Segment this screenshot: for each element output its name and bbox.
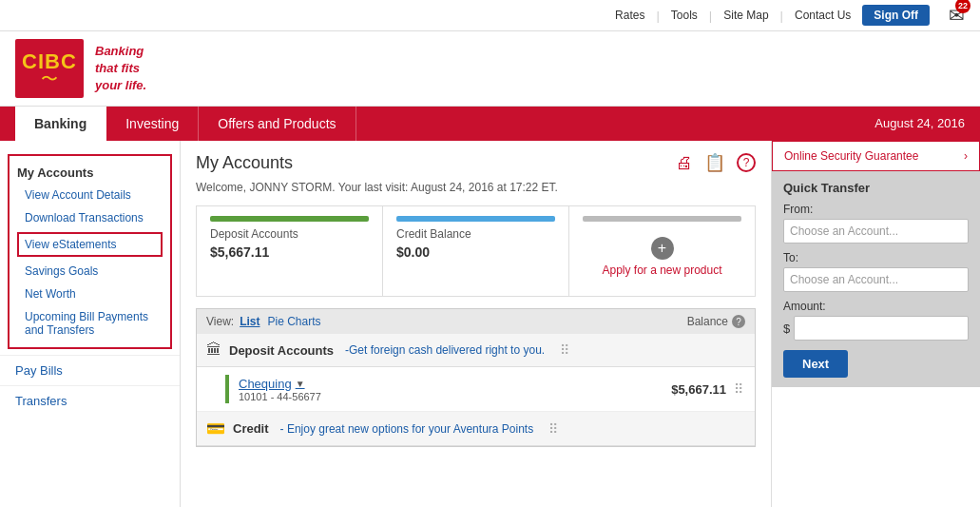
credit-bar — [396, 216, 555, 222]
deposit-section-title: Deposit Accounts — [229, 343, 334, 358]
balance-text: Balance — [687, 315, 728, 328]
rates-link[interactable]: Rates — [615, 9, 644, 22]
clipboard-icon[interactable]: 📋 — [704, 152, 725, 173]
my-accounts-section: My Accounts View Account Details Downloa… — [8, 154, 172, 349]
content-icons: 🖨 📋 ? — [676, 152, 756, 173]
divider-1: | — [656, 9, 659, 23]
content-header: My Accounts 🖨 📋 ? — [196, 152, 756, 173]
apply-new-box[interactable]: + Apply for a new product — [569, 206, 755, 296]
tools-link[interactable]: Tools — [671, 9, 698, 22]
next-button[interactable]: Next — [783, 350, 848, 378]
view-piecharts-option[interactable]: Pie Charts — [267, 315, 320, 328]
bank-icon: 🏛 — [206, 341, 221, 359]
nav-tabs: Banking Investing Offers and Products Au… — [0, 107, 980, 141]
account-row-left: Chequing ▼ 10101 - 44-56677 — [239, 377, 671, 402]
apply-new-label: Apply for a new product — [602, 263, 721, 277]
dollar-symbol: $ — [783, 322, 790, 336]
sidebar: My Accounts View Account Details Downloa… — [0, 141, 181, 507]
view-label: View: — [206, 315, 234, 328]
page-title: My Accounts — [196, 153, 293, 173]
deposit-section-header: 🏛 Deposit Accounts -Get foreign cash del… — [197, 334, 755, 367]
security-chevron-icon: › — [964, 149, 968, 163]
mail-icon-wrap[interactable]: ✉ 22 — [949, 4, 965, 27]
quick-transfer-title: Quick Transfer — [783, 181, 969, 195]
credit-section-header: 💳 Credit - Enjoy great new options for y… — [197, 412, 755, 446]
deposit-promo: -Get foreign cash delivered right to you… — [345, 343, 545, 357]
balance-help-icon[interactable]: ? — [732, 315, 745, 328]
sidebar-download-transactions[interactable]: Download Transactions — [17, 206, 163, 229]
deposit-drag-handle[interactable]: ⠿ — [560, 342, 569, 358]
credit-value: $0.00 — [396, 244, 555, 260]
accounts-table: 🏛 Deposit Accounts -Get foreign cash del… — [196, 334, 756, 447]
security-label: Online Security Guarantee — [784, 149, 918, 163]
chequing-name: Chequing — [239, 377, 292, 391]
tab-offers-products[interactable]: Offers and Products — [199, 107, 355, 141]
signoff-button[interactable]: Sign Off — [862, 5, 930, 26]
credit-card-icon: 💳 — [206, 419, 225, 438]
credit-summary-box: Credit Balance $0.00 — [383, 206, 569, 296]
view-toggle: View: List Pie Charts Balance ? — [196, 308, 756, 334]
apply-bar — [583, 216, 741, 222]
logo-swoosh: 〜 — [41, 72, 58, 86]
header: CIBC 〜 Bankingthat fitsyour life. — [0, 31, 980, 107]
main-layout: My Accounts View Account Details Downloa… — [0, 141, 980, 507]
top-bar: Rates | Tools | Site Map | Contact Us Si… — [0, 0, 980, 31]
sidebar-pay-bills[interactable]: Pay Bills — [0, 355, 180, 385]
sidebar-savings-goals[interactable]: Savings Goals — [17, 260, 163, 283]
deposit-value: $5,667.11 — [210, 244, 369, 260]
sidebar-upcoming-bill-payments[interactable]: Upcoming Bill Payments and Transfers — [17, 305, 163, 341]
credit-section-title: Credit — [233, 421, 269, 436]
content-area: My Accounts 🖨 📋 ? Welcome, JONNY STORM. … — [181, 141, 771, 507]
credit-promo: - Enjoy great new options for your Avent… — [280, 422, 534, 436]
from-account-select[interactable]: Choose an Account... — [783, 219, 969, 244]
chequing-account-link[interactable]: Chequing ▼ — [239, 377, 671, 391]
welcome-text: Welcome, JONNY STORM. Your last visit: A… — [196, 181, 756, 194]
divider-2: | — [709, 9, 712, 23]
chequing-drag-handle[interactable]: ⠿ — [734, 381, 743, 397]
sitemap-link[interactable]: Site Map — [723, 9, 768, 22]
account-summary: Deposit Accounts $5,667.11 Credit Balanc… — [196, 205, 756, 297]
sidebar-net-worth[interactable]: Net Worth — [17, 283, 163, 305]
contactus-link[interactable]: Contact Us — [795, 9, 851, 22]
security-banner[interactable]: Online Security Guarantee › — [772, 141, 980, 171]
amount-row: $ — [783, 316, 969, 341]
chequing-dropdown-arrow[interactable]: ▼ — [296, 379, 305, 389]
deposit-label: Deposit Accounts — [210, 227, 369, 241]
account-bar-green — [225, 375, 229, 403]
print-icon[interactable]: 🖨 — [676, 153, 693, 173]
from-label: From: — [783, 203, 969, 216]
tab-banking[interactable]: Banking — [15, 107, 106, 141]
to-label: To: — [783, 251, 969, 264]
quick-transfer-panel: Quick Transfer From: Choose an Account..… — [772, 171, 980, 387]
chequing-balance: $5,667.11 — [671, 382, 726, 397]
balance-label: Balance ? — [687, 315, 745, 328]
view-list-option[interactable]: List — [240, 315, 259, 328]
plus-circle-icon: + — [651, 237, 674, 260]
sidebar-section-title: My Accounts — [17, 162, 163, 184]
sidebar-view-estatements[interactable]: View eStatements — [17, 232, 163, 257]
credit-label: Credit Balance — [396, 227, 555, 241]
help-icon[interactable]: ? — [737, 153, 756, 172]
deposit-bar — [210, 216, 369, 222]
to-account-select[interactable]: Choose an Account... — [783, 267, 969, 292]
credit-drag-handle[interactable]: ⠿ — [548, 421, 558, 437]
sidebar-view-account-details[interactable]: View Account Details — [17, 184, 163, 206]
cibc-logo: CIBC 〜 — [15, 39, 84, 98]
tagline: Bankingthat fitsyour life. — [95, 43, 146, 95]
chequing-account-number: 10101 - 44-56677 — [239, 391, 671, 402]
deposit-summary-box: Deposit Accounts $5,667.11 — [197, 206, 383, 296]
table-row: Chequing ▼ 10101 - 44-56677 $5,667.11 ⠿ — [197, 367, 755, 412]
mail-badge: 22 — [955, 0, 970, 13]
tab-investing[interactable]: Investing — [106, 107, 199, 141]
divider-3: | — [780, 9, 783, 23]
sidebar-transfers[interactable]: Transfers — [0, 385, 180, 416]
amount-label: Amount: — [783, 300, 969, 313]
nav-date: August 24, 2016 — [859, 107, 980, 141]
right-panel: Online Security Guarantee › Quick Transf… — [771, 141, 980, 507]
apply-new-product[interactable]: + Apply for a new product — [583, 227, 741, 286]
amount-input[interactable] — [794, 316, 969, 341]
